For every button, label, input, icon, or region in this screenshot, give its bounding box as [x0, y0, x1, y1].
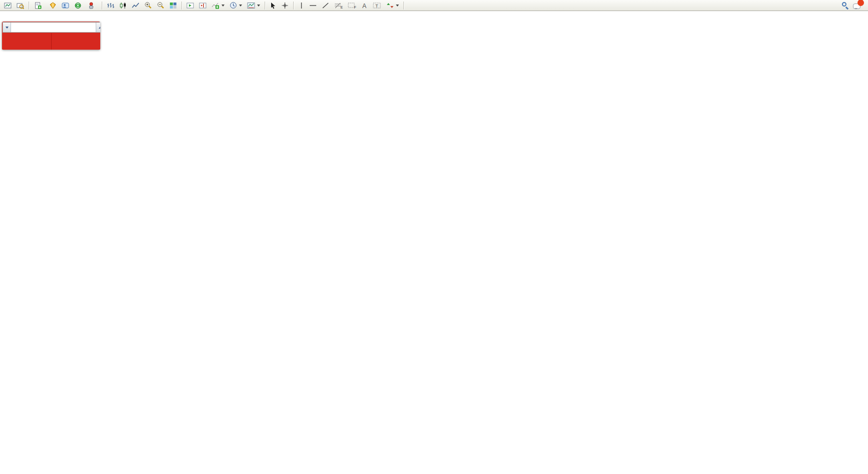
- zoom-out-icon[interactable]: [155, 1, 166, 11]
- signals-icon[interactable]: [72, 1, 84, 11]
- templates-icon[interactable]: [245, 1, 262, 11]
- volume-increase-button[interactable]: [96, 23, 100, 32]
- fibo-channel-icon[interactable]: F: [346, 1, 358, 11]
- toolbar-separator: [265, 2, 265, 10]
- auto-scroll-icon[interactable]: [184, 1, 196, 11]
- templates-dropdown-caret[interactable]: [257, 5, 260, 7]
- volume-box: [3, 22, 100, 33]
- vertical-line-icon[interactable]: [296, 1, 306, 11]
- one-click-trade-panel: [2, 22, 100, 50]
- arrows-tool-icon[interactable]: [384, 1, 401, 11]
- buy-price-display[interactable]: [52, 33, 101, 50]
- toolbar-separator: [29, 2, 29, 10]
- line-chart-icon[interactable]: [130, 1, 141, 11]
- candle-chart-icon[interactable]: [117, 1, 129, 11]
- svg-text:E: E: [341, 6, 343, 9]
- chart-shift-icon[interactable]: [197, 1, 208, 11]
- crosshair-icon[interactable]: [279, 1, 291, 11]
- chart-canvas[interactable]: [0, 11, 868, 474]
- auto-trading-button[interactable]: [85, 1, 99, 11]
- toolbar-separator: [102, 2, 102, 10]
- volume-input[interactable]: [11, 23, 96, 32]
- top-toolbar: E F A T: [0, 0, 868, 11]
- svg-text:F: F: [354, 6, 356, 9]
- svg-text:A: A: [362, 2, 366, 9]
- chart-window[interactable]: [0, 11, 868, 474]
- chevron-up-icon: [99, 27, 101, 29]
- indicators-dropdown-caret[interactable]: [222, 5, 225, 7]
- bar-chart-icon[interactable]: [105, 1, 116, 11]
- navigator-icon[interactable]: [60, 1, 71, 11]
- volume-decrease-button[interactable]: [3, 23, 11, 32]
- arrows-dropdown-caret[interactable]: [396, 5, 399, 7]
- search-icon[interactable]: [842, 2, 849, 9]
- toolbar-separator: [181, 2, 182, 10]
- indicators-icon[interactable]: [209, 1, 227, 11]
- zoom-in-icon[interactable]: [142, 1, 154, 11]
- horizontal-line-icon[interactable]: [307, 1, 319, 11]
- toolbar-right-group: [842, 1, 866, 10]
- text-icon[interactable]: A: [359, 1, 370, 11]
- trendline-icon[interactable]: [320, 1, 331, 11]
- tile-windows-icon[interactable]: [167, 1, 179, 11]
- cursor-icon[interactable]: [268, 1, 278, 11]
- toolbar-separator: [293, 2, 294, 10]
- chart-window-icon[interactable]: [2, 1, 14, 11]
- new-order-button[interactable]: [32, 1, 46, 11]
- svg-text:T: T: [375, 3, 378, 8]
- sell-price-display[interactable]: [2, 33, 51, 50]
- market-watch-icon[interactable]: [47, 1, 59, 11]
- chat-icon[interactable]: [853, 1, 863, 10]
- notification-badge: [857, 0, 864, 6]
- chevron-down-icon: [6, 27, 9, 29]
- text-label-icon[interactable]: T: [371, 1, 383, 11]
- chart-profiles-icon[interactable]: [15, 1, 26, 11]
- periods-icon[interactable]: [228, 1, 244, 11]
- fibonacci-icon[interactable]: E: [332, 1, 345, 11]
- periods-dropdown-caret[interactable]: [239, 5, 242, 7]
- toolbar-separator: [403, 2, 404, 10]
